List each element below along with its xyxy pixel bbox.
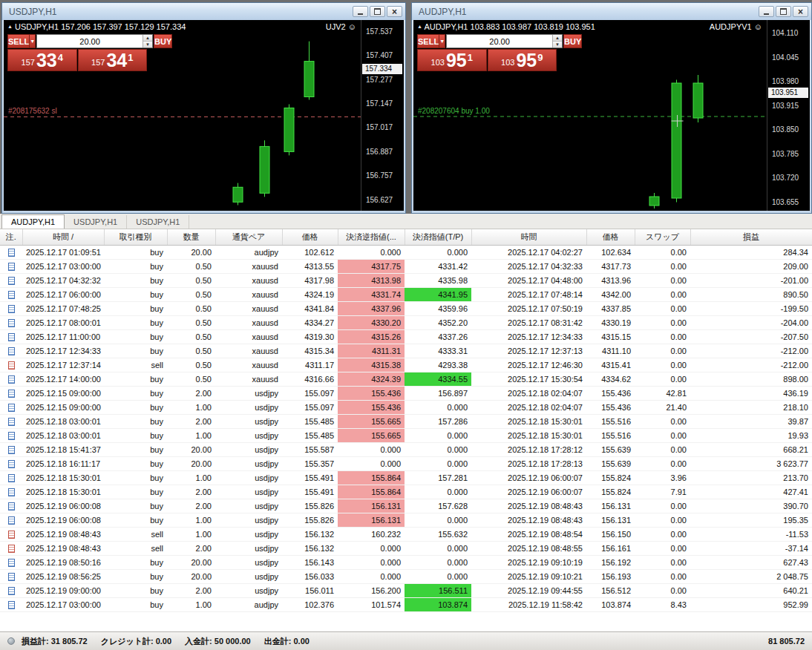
table-row[interactable]: 2025.12.15 09:00:00buy2.00usdjpy155.0971…: [0, 386, 812, 400]
volume-down-button[interactable]: ▼: [553, 42, 562, 47]
table-row[interactable]: 2025.12.17 06:00:00buy0.50xauusd4324.194…: [0, 287, 812, 301]
table-row[interactable]: 2025.12.17 01:09:51buy20.00audjpy102.612…: [0, 245, 812, 259]
volume-dropdown-icon[interactable]: ▼: [439, 34, 445, 48]
order-doc-icon: [8, 573, 15, 581]
window-titlebar-audjpy[interactable]: AUDJPY,H1 ×: [412, 3, 811, 20]
table-row[interactable]: 2025.12.17 12:37:14sell0.50xauusd4311.17…: [0, 358, 812, 372]
sell-quote[interactable]: 103 95 1: [417, 49, 487, 71]
cell-open-price: 155.826: [282, 499, 338, 513]
table-row[interactable]: 2025.12.18 03:00:01buy1.00usdjpy155.4851…: [0, 428, 812, 442]
volume-dropdown-icon[interactable]: ▼: [30, 34, 36, 48]
table-row[interactable]: 2025.12.17 07:48:25buy0.50xauusd4341.844…: [0, 301, 812, 315]
cell-close-price: 4315.41: [586, 358, 635, 372]
table-row[interactable]: 2025.12.18 03:00:01buy2.00usdjpy155.4851…: [0, 414, 812, 428]
sell-price-major: 103: [431, 58, 445, 67]
table-row[interactable]: 2025.12.19 08:48:43sell1.00usdjpy156.132…: [0, 527, 812, 541]
table-row[interactable]: 2025.12.18 16:11:17buy20.00usdjpy155.357…: [0, 456, 812, 470]
cell-symbol: usdjpy: [215, 555, 282, 569]
column-header-type[interactable]: 取引種別: [104, 229, 167, 245]
ohlc-text: USDJPY,H1 157.206 157.397 157.129 157.33…: [15, 22, 186, 31]
close-button[interactable]: ×: [387, 6, 402, 17]
column-header-close_price[interactable]: 価格: [586, 229, 635, 245]
buy-quote[interactable]: 157 34 1: [78, 49, 148, 71]
column-header-note[interactable]: 注.: [0, 229, 22, 245]
column-header-close_time[interactable]: 時間: [471, 229, 586, 245]
history-table-header: 注.時間 /取引種別数量通貨ペア価格決済逆指値(...決済指値(T/P)時間価格…: [0, 229, 812, 245]
table-row[interactable]: 2025.12.17 14:00:00buy0.50xauusd4316.664…: [0, 372, 812, 386]
restore-button[interactable]: [776, 6, 791, 17]
sell-button[interactable]: SELL: [417, 34, 439, 48]
cell-tp: 4337.26: [405, 329, 471, 344]
column-header-open_time[interactable]: 時間 /: [22, 229, 104, 245]
order-icon-cell: [0, 499, 22, 513]
cell-tp: 4352.20: [405, 315, 471, 329]
table-row[interactable]: 2025.12.17 03:00:00buy1.00audjpy102.3761…: [0, 597, 812, 611]
table-row[interactable]: 2025.12.18 15:30:01buy2.00usdjpy155.4911…: [0, 485, 812, 499]
volume-input[interactable]: [447, 35, 552, 47]
table-row[interactable]: 2025.12.19 09:00:00buy2.00usdjpy156.0111…: [0, 583, 812, 597]
minimize-button[interactable]: [353, 6, 368, 17]
order-doc-icon: [8, 404, 15, 412]
volume-up-button[interactable]: ▲: [553, 35, 562, 42]
column-header-tp[interactable]: 決済指値(T/P): [405, 229, 471, 245]
cell-open-price: 4313.55: [282, 259, 338, 273]
cell-tp: 4333.31: [405, 344, 471, 358]
cell-open-price: 155.826: [282, 513, 338, 527]
table-row[interactable]: 2025.12.18 15:41:37buy20.00usdjpy155.587…: [0, 442, 812, 456]
cell-symbol: usdjpy: [215, 541, 282, 555]
price-axis-label: 104.045: [772, 53, 799, 62]
cell-sl: 155.864: [338, 485, 405, 499]
buy-button[interactable]: BUY: [154, 34, 172, 48]
connection-status-icon: [7, 637, 15, 645]
column-header-swap[interactable]: スワップ: [635, 229, 690, 245]
order-doc-icon: [8, 390, 15, 398]
table-row[interactable]: 2025.12.19 06:00:08buy1.00usdjpy155.8261…: [0, 513, 812, 527]
table-row[interactable]: 2025.12.19 08:56:25buy20.00usdjpy156.033…: [0, 569, 812, 583]
cell-close-price: 4342.00: [586, 287, 635, 301]
table-row[interactable]: 2025.12.19 08:48:43sell2.00usdjpy156.132…: [0, 541, 812, 555]
volume-down-button[interactable]: ▼: [143, 42, 152, 47]
window-tab-0[interactable]: AUDJPY,H1: [1, 214, 65, 229]
sell-button[interactable]: SELL: [7, 34, 30, 48]
table-row[interactable]: 2025.12.19 08:50:16buy20.00usdjpy156.143…: [0, 555, 812, 569]
sell-quote[interactable]: 157 33 4: [7, 49, 77, 71]
cell-swap: 0.00: [635, 456, 690, 470]
cell-close-price: 156.131: [586, 513, 635, 527]
cell-sl: 4313.98: [338, 273, 405, 287]
minimize-button[interactable]: [759, 6, 774, 17]
chart-canvas-audjpy[interactable]: ▲ AUDJPY,H1 103.883 103.987 103.819 103.…: [413, 20, 810, 211]
table-row[interactable]: 2025.12.15 09:00:00buy1.00usdjpy155.0971…: [0, 400, 812, 414]
table-row[interactable]: 2025.12.17 12:34:33buy0.50xauusd4315.344…: [0, 344, 812, 358]
volume-input[interactable]: [37, 35, 143, 47]
cell-close-price: 155.639: [586, 442, 635, 456]
cell-sl: 4315.38: [338, 358, 405, 372]
table-row[interactable]: 2025.12.17 11:00:00buy0.50xauusd4319.304…: [0, 329, 812, 344]
order-doc-icon: [8, 446, 15, 454]
table-row[interactable]: 2025.12.19 06:00:08buy2.00usdjpy155.8261…: [0, 499, 812, 513]
window-tab-1[interactable]: USDJPY,H1: [65, 215, 127, 229]
chart-canvas-usdjpy[interactable]: ▲ USDJPY,H1 157.206 157.397 157.129 157.…: [4, 20, 404, 211]
cell-volume: 2.00: [167, 541, 215, 555]
table-row[interactable]: 2025.12.17 08:00:01buy0.50xauusd4334.274…: [0, 315, 812, 329]
column-header-symbol[interactable]: 通貨ペア: [215, 229, 282, 245]
column-header-sl[interactable]: 決済逆指値(...: [338, 229, 405, 245]
cell-type: buy: [104, 513, 167, 527]
buy-button[interactable]: BUY: [563, 34, 582, 48]
cell-type: buy: [104, 555, 167, 569]
table-row[interactable]: 2025.12.17 03:00:00buy0.50xauusd4313.554…: [0, 259, 812, 273]
column-header-open_price[interactable]: 価格: [282, 229, 338, 245]
column-header-profit[interactable]: 損益: [690, 229, 812, 245]
volume-up-button[interactable]: ▲: [143, 35, 152, 42]
table-row[interactable]: 2025.12.18 15:30:01buy1.00usdjpy155.4911…: [0, 470, 812, 485]
buy-quote[interactable]: 103 95 9: [488, 49, 557, 71]
table-row[interactable]: 2025.12.17 04:32:32buy0.50xauusd4317.984…: [0, 273, 812, 287]
order-icon-cell: [0, 344, 22, 358]
restore-button[interactable]: [370, 6, 385, 17]
window-tab-2[interactable]: USDJPY,H1: [127, 215, 189, 229]
column-header-volume[interactable]: 数量: [167, 229, 215, 245]
cell-swap: 0.00: [635, 344, 690, 358]
close-icon: ×: [798, 7, 803, 16]
close-button[interactable]: ×: [793, 6, 808, 17]
cell-swap: 0.00: [635, 287, 690, 301]
window-titlebar-usdjpy[interactable]: USDJPY,H1 ×: [2, 3, 405, 20]
